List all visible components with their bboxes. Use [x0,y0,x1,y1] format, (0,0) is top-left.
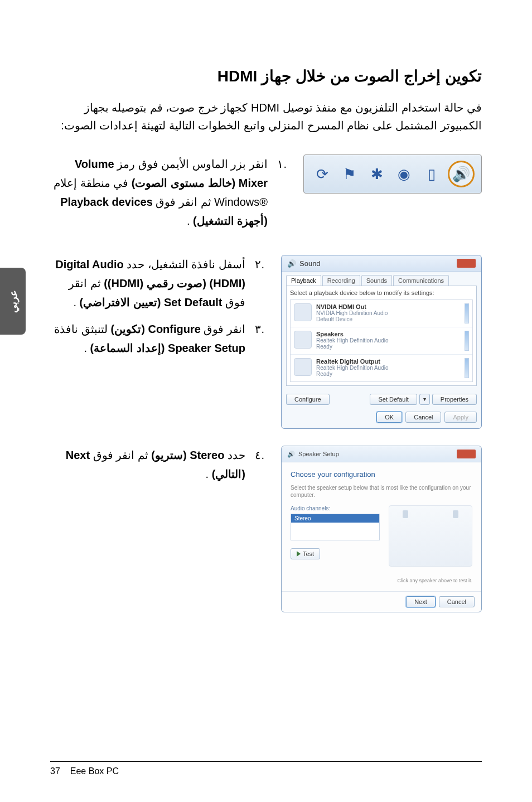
tab-recording[interactable]: Recording [322,275,360,286]
playback-device-list[interactable]: NVIDIA HDMI Out NVIDIA High Definition A… [290,299,473,382]
page-number: 37 [50,766,60,776]
audio-channels-listbox[interactable]: Stereo [291,514,380,540]
speaker-setup-desc: Select the speaker setup below that is m… [291,484,472,499]
step-2-number: .٢ [252,255,264,312]
device-speakers[interactable]: Speakers Realtek High Definition Audio R… [291,327,472,355]
section-title: تكوين إخراج الصوت من خلال جهاز HDMI [50,67,482,85]
cancel-button-2[interactable]: Cancel [439,596,475,607]
properties-button[interactable]: Properties [432,394,477,405]
step-1-text: انقر بزر الماوس الأيمن فوق رمز Volume Mi… [50,154,268,230]
speaker-layout-preview[interactable] [389,505,472,567]
update-icon: ⟳ [311,163,333,185]
sound-dialog: 🔊 Sound Playback Recording Sounds Commun… [281,255,482,429]
playback-hint: Select a playback device below to modify… [290,289,473,296]
step-2: .٢ أسفل نافذة التشغيل، حدد Digital Audio… [50,255,264,312]
speaker-setup-dialog: 🔊 Speaker Setup Choose your configuratio… [281,446,482,612]
audio-channels-item-stereo[interactable]: Stereo [291,514,379,523]
device-nvidia-hdmi[interactable]: NVIDIA HDMI Out NVIDIA High Definition A… [291,300,472,327]
step-3-text: انقر فوق Configure (تكوين) لتنبثق نافذة … [50,320,245,357]
flag-icon: ⚑ [338,163,361,185]
sound-dialog-titlebar: 🔊 Sound [282,255,481,272]
speaker-setup-icon: 🔊 [287,451,295,458]
configure-button[interactable]: Configure [286,394,330,405]
next-button[interactable]: Next [406,596,436,607]
bluetooth-icon: ✱ [366,163,388,185]
tab-playback[interactable]: Playback [286,275,321,286]
close-icon[interactable] [457,450,476,458]
ok-button[interactable]: OK [376,412,402,423]
test-button[interactable]: Test [291,548,320,559]
volume-mixer-icon[interactable]: 🔊 [448,161,475,187]
step-1: .١ انقر بزر الماوس الأيمن فوق رمز Volume… [50,154,287,230]
system-tray-image: ⟳ ⚑ ✱ ◉ ▯ 🔊 [303,154,482,194]
network-icon: ◉ [393,163,415,185]
speaker-setup-heading: Choose your configuration [291,470,472,479]
monitor-icon [294,303,312,321]
level-meter [465,358,469,378]
battery-icon: ▯ [420,163,443,185]
apply-button[interactable]: Apply [444,412,477,423]
set-default-caret[interactable]: ▾ [419,394,430,405]
section-intro: في حالة استخدام التلفزيون مع منفذ توصيل … [50,99,482,134]
set-default-button[interactable]: Set Default [370,394,417,405]
speaker-click-hint: Click any speaker above to test it. [291,578,472,583]
level-meter [465,331,469,351]
step-4-text: حدد Stereo (ستريو) ثم انقر فوق Next (الت… [50,446,245,484]
speaker-icon [294,331,312,349]
speaker-setup-titlebar: 🔊 Speaker Setup [282,446,481,462]
tab-communications[interactable]: Communications [393,275,449,286]
step-3-number: .٣ [252,320,264,357]
step-1-number: .١ [274,154,287,230]
step-4: .٤ حدد Stereo (ستريو) ثم انقر فوق Next (… [50,446,264,484]
step-3: .٣ انقر فوق Configure (تكوين) لتنبثق ناف… [50,320,264,357]
step-2-text: أسفل نافذة التشغيل، حدد Digital Audio (H… [50,255,245,312]
cancel-button[interactable]: Cancel [405,412,441,423]
speaker-setup-title: Speaker Setup [298,451,339,457]
play-icon [297,551,301,557]
audio-channels-label: Audio channels: [291,505,380,511]
device-realtek-digital[interactable]: Realtek Digital Output Realtek High Defi… [291,355,472,381]
sound-dialog-icon: 🔊 [287,259,296,268]
close-icon[interactable] [457,259,476,268]
spdif-icon [294,358,312,376]
product-name: Eee Box PC [70,766,119,776]
sound-dialog-title: Sound [299,259,321,268]
page-footer: 37 Eee Box PC [50,761,482,776]
level-meter [465,303,469,323]
tab-sounds[interactable]: Sounds [361,275,392,286]
step-4-number: .٤ [252,446,264,484]
